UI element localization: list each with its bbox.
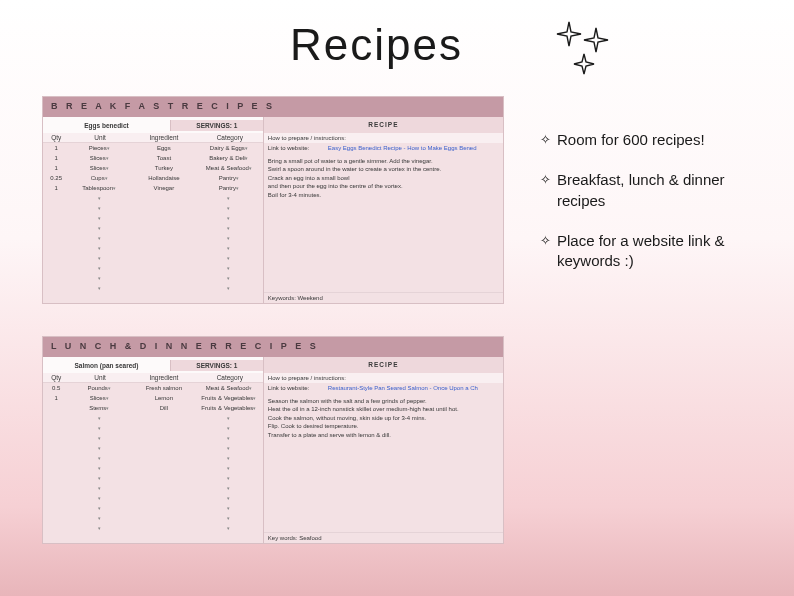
page-title: Recipes	[290, 20, 463, 70]
table-row: ▾▾	[43, 423, 263, 433]
table-row: ▾▾	[43, 503, 263, 513]
sparkle-icon: ✧	[540, 231, 551, 272]
table-row: 0.25Cups▾HollandaisePantry▾	[43, 173, 263, 183]
recipe-link[interactable]: Easy Eggs Benedict Recipe - How to Make …	[328, 145, 499, 151]
column-header: Qty Unit Ingredient Category	[43, 373, 263, 383]
table-row: ▾▾	[43, 413, 263, 423]
table-row: ▾▾	[43, 443, 263, 453]
table-row: ▾▾	[43, 433, 263, 443]
keywords-row: Key words: Seafood	[264, 532, 503, 543]
table-row: ▾▾	[43, 203, 263, 213]
table-row: ▾▾	[43, 233, 263, 243]
recipe-name: Salmon (pan seared)	[43, 360, 170, 371]
table-row: ▾▾	[43, 263, 263, 273]
table-row: ▾▾	[43, 213, 263, 223]
link-label: Link to website:	[268, 385, 328, 391]
link-label: Link to website:	[268, 145, 328, 151]
table-row: ▾▾	[43, 513, 263, 523]
table-row: ▾▾	[43, 283, 263, 293]
servings-cell: SERVINGS: 1	[170, 360, 263, 371]
table-row: 1Tablespoon▾VinegarPantry▾	[43, 183, 263, 193]
table-row: ▾▾	[43, 253, 263, 263]
table-row: ▾▾	[43, 453, 263, 463]
table-row: ▾▾	[43, 463, 263, 473]
instructions: Season the salmon with the salt and a fe…	[264, 393, 503, 532]
how-to-label: How to prepare / instructions:	[264, 373, 503, 383]
ingredient-list: 0.5Pounds▾Fresh salmonMeat & Seafood▾1Sl…	[43, 383, 263, 543]
table-row: ▾▾	[43, 493, 263, 503]
card-header: L U N C H & D I N N E R R E C I P E S	[43, 337, 503, 357]
table-row: Stems▾DillFruits & Vegetables▾	[43, 403, 263, 413]
table-row: ▾▾	[43, 223, 263, 233]
recipe-link[interactable]: Restaurant-Style Pan Seared Salmon - Onc…	[328, 385, 499, 391]
how-to-label: How to prepare / instructions:	[264, 133, 503, 143]
table-row: ▾▾	[43, 483, 263, 493]
bullet-text: Breakfast, lunch & dinner recipes	[557, 170, 760, 211]
recipe-name: Eggs benedict	[43, 120, 170, 131]
breakfast-recipe-card: B R E A K F A S T R E C I P E S Eggs ben…	[42, 96, 504, 304]
table-row: ▾▾	[43, 523, 263, 533]
table-row: 1Slices▾ToastBakery & Deli▾	[43, 153, 263, 163]
lunch-dinner-recipe-card: L U N C H & D I N N E R R E C I P E S Sa…	[42, 336, 504, 544]
feature-bullets: ✧Room for 600 recipes! ✧Breakfast, lunch…	[540, 130, 760, 291]
sparkle-icon	[554, 20, 614, 76]
bullet-text: Room for 600 recipes!	[557, 130, 705, 150]
table-row: ▾▾	[43, 193, 263, 203]
recipe-label: RECIPE	[264, 357, 503, 373]
sparkle-icon: ✧	[540, 130, 551, 150]
sparkle-icon: ✧	[540, 170, 551, 211]
recipe-label: RECIPE	[264, 117, 503, 133]
table-row: 1Slices▾LemonFruits & Vegetables▾	[43, 393, 263, 403]
table-row: ▾▾	[43, 273, 263, 283]
card-header: B R E A K F A S T R E C I P E S	[43, 97, 503, 117]
table-row: ▾▾	[43, 473, 263, 483]
table-row: 0.5Pounds▾Fresh salmonMeat & Seafood▾	[43, 383, 263, 393]
column-header: Qty Unit Ingredient Category	[43, 133, 263, 143]
table-row: ▾▾	[43, 243, 263, 253]
instructions: Bring a small pot of water to a gentle s…	[264, 153, 503, 292]
keywords-row: Keywords: Weekend	[264, 292, 503, 303]
bullet-text: Place for a website link & keywords :)	[557, 231, 760, 272]
table-row: 1Slices▾TurkeyMeat & Seafood▾	[43, 163, 263, 173]
ingredient-list: 1Pieces▾EggsDairy & Eggs▾1Slices▾ToastBa…	[43, 143, 263, 303]
servings-cell: SERVINGS: 1	[170, 120, 263, 131]
table-row: 1Pieces▾EggsDairy & Eggs▾	[43, 143, 263, 153]
